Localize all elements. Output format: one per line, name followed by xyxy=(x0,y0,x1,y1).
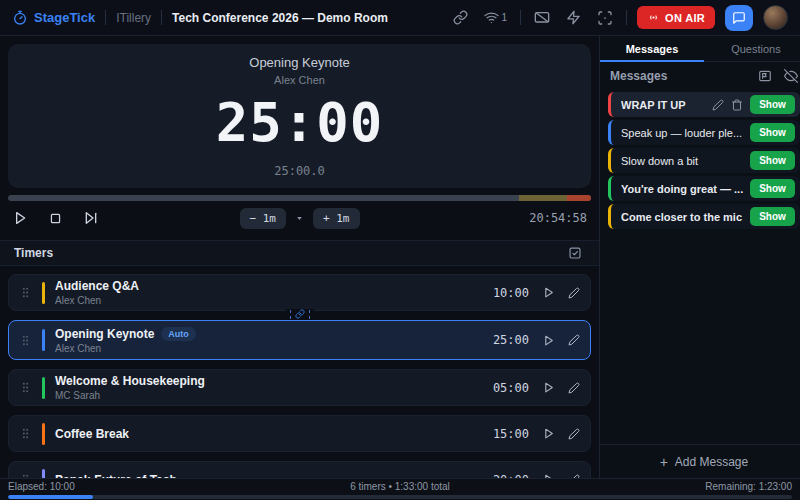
timer-row-actions: 05:00 xyxy=(493,381,580,395)
show-message-button[interactable]: Show xyxy=(750,123,795,142)
transport-controls: − 1m + 1m 20:54:58 xyxy=(0,201,599,235)
timer-title: Audience Q&A xyxy=(55,279,139,293)
timer-info: Welcome & Housekeeping MC Sarah xyxy=(55,374,205,401)
tab-questions[interactable]: Questions xyxy=(704,36,800,61)
timer-title: Coffee Break xyxy=(55,427,129,441)
divider xyxy=(161,10,162,25)
tab-messages[interactable]: Messages xyxy=(600,36,704,61)
chevron-down-icon[interactable] xyxy=(295,215,304,222)
timer-row-actions: 10:00 xyxy=(493,286,580,300)
row-play-icon[interactable] xyxy=(542,334,555,347)
top-bar: StageTick ITillery Tech Conference 2026 … xyxy=(0,0,800,36)
edit-message-pencil-icon[interactable] xyxy=(712,99,724,111)
share-link-icon[interactable] xyxy=(450,7,471,28)
play-button[interactable] xyxy=(12,210,28,226)
drag-handle-icon[interactable] xyxy=(19,381,32,394)
message-text: Slow down a bit xyxy=(621,155,743,167)
plus-icon: + xyxy=(660,455,668,469)
sidebar-tabs: Messages Questions xyxy=(600,36,800,62)
timer-row[interactable]: Welcome & Housekeeping MC Sarah 05:00 xyxy=(8,369,591,406)
active-timer-display: Opening Keynote Alex Chen 25:00 25:00.0 xyxy=(8,44,591,188)
app-logo[interactable]: StageTick xyxy=(12,10,95,26)
drag-handle-icon[interactable] xyxy=(19,334,32,347)
right-sidebar: Messages Questions Messages WRAP IT xyxy=(600,36,800,478)
broadcast-icon xyxy=(647,11,660,24)
select-check-square-icon[interactable] xyxy=(565,243,585,263)
app-name: StageTick xyxy=(34,10,95,25)
connections-wifi-icon[interactable]: 1 xyxy=(481,7,511,28)
add-message-label: Add Message xyxy=(675,455,748,469)
timer-info: Opening Keynote Auto Alex Chen xyxy=(55,327,196,354)
overall-progress-fill xyxy=(8,495,93,499)
row-play-icon[interactable] xyxy=(542,381,555,394)
flash-icon[interactable] xyxy=(563,7,584,28)
linked-timers-connector[interactable] xyxy=(286,309,314,319)
countdown-time: 25:00 xyxy=(216,96,384,150)
org-name: ITillery xyxy=(116,11,151,25)
display-off-icon[interactable] xyxy=(531,7,553,29)
timer-color-bar xyxy=(42,469,45,479)
timer-duration: 15:00 xyxy=(493,427,529,441)
row-play-icon[interactable] xyxy=(542,427,555,440)
delete-message-trash-icon[interactable] xyxy=(731,99,743,111)
app-window: StageTick ITillery Tech Conference 2026 … xyxy=(0,0,800,500)
message-text: WRAP IT UP xyxy=(621,99,705,111)
drag-handle-icon[interactable] xyxy=(19,427,32,440)
main-column: Opening Keynote Alex Chen 25:00 25:00.0 xyxy=(0,36,600,478)
message-text: Speak up — louder ple... xyxy=(621,127,743,139)
on-air-label: ON AIR xyxy=(665,12,705,24)
user-avatar[interactable] xyxy=(763,5,788,30)
status-bar: Elapsed: 10:00 6 timers • 1:33:00 total … xyxy=(0,478,800,500)
transport-buttons xyxy=(12,210,99,226)
add-message-button[interactable]: + Add Message xyxy=(600,444,800,478)
message-item[interactable]: Come closer to the mic Show xyxy=(608,204,800,229)
timers-section-title: Timers xyxy=(14,246,53,260)
message-item[interactable]: You're doing great — ... Show xyxy=(608,176,800,201)
timer-speaker: MC Sarah xyxy=(55,390,205,401)
hide-messages-eye-off-icon[interactable] xyxy=(784,69,798,83)
active-tab-underline xyxy=(600,60,704,62)
preset-flag-icon[interactable] xyxy=(758,69,772,83)
timer-row[interactable]: Audience Q&A Alex Chen 10:00 xyxy=(8,274,591,311)
chain-link-icon xyxy=(295,309,305,319)
show-message-button[interactable]: Show xyxy=(750,207,795,226)
timer-speaker: Alex Chen xyxy=(55,343,196,354)
chat-button[interactable] xyxy=(725,5,753,31)
messages-panel-header: Messages xyxy=(600,62,800,90)
skip-next-button[interactable] xyxy=(83,210,99,226)
row-play-icon[interactable] xyxy=(542,286,555,299)
timer-speaker: Alex Chen xyxy=(55,295,139,306)
timer-row[interactable]: Coffee Break 15:00 xyxy=(8,415,591,452)
row-edit-pencil-icon[interactable] xyxy=(568,428,580,440)
on-air-button[interactable]: ON AIR xyxy=(637,6,715,29)
messages-panel-title: Messages xyxy=(610,69,746,83)
status-texts: Elapsed: 10:00 6 timers • 1:33:00 total … xyxy=(8,481,792,492)
show-message-button[interactable]: Show xyxy=(750,151,795,170)
timer-info: Audience Q&A Alex Chen xyxy=(55,279,139,306)
row-edit-pencil-icon[interactable] xyxy=(568,382,580,394)
row-edit-pencil-icon[interactable] xyxy=(568,334,580,346)
timer-color-bar xyxy=(42,423,45,445)
show-message-button[interactable]: Show xyxy=(750,95,795,114)
drag-handle-icon[interactable] xyxy=(19,286,32,299)
row-edit-pencil-icon[interactable] xyxy=(568,287,580,299)
timer-row-selected[interactable]: Opening Keynote Auto Alex Chen 25:00 xyxy=(8,320,591,360)
plus-1m-button[interactable]: + 1m xyxy=(313,208,360,229)
active-timer-speaker: Alex Chen xyxy=(274,74,325,86)
message-item[interactable]: Slow down a bit Show xyxy=(608,148,800,173)
elapsed-label: Elapsed: 10:00 xyxy=(8,481,75,492)
auto-badge: Auto xyxy=(161,327,196,341)
message-item[interactable]: Speak up — louder ple... Show xyxy=(608,120,800,145)
stop-button[interactable] xyxy=(48,211,63,226)
timer-duration: 05:00 xyxy=(493,381,529,395)
connection-count: 1 xyxy=(502,12,508,23)
show-message-button[interactable]: Show xyxy=(750,179,795,198)
message-text: You're doing great — ... xyxy=(621,183,743,195)
timer-duration: 25:00 xyxy=(493,333,529,347)
timer-row[interactable]: Panel: Future of Tech 20:00 xyxy=(8,461,591,478)
message-item[interactable]: WRAP IT UP Show xyxy=(608,92,800,117)
focus-mode-icon[interactable] xyxy=(594,7,616,29)
remaining-label: Remaining: 1:23:00 xyxy=(705,481,792,492)
timer-color-bar xyxy=(42,329,45,351)
minus-1m-button[interactable]: − 1m xyxy=(240,208,287,229)
